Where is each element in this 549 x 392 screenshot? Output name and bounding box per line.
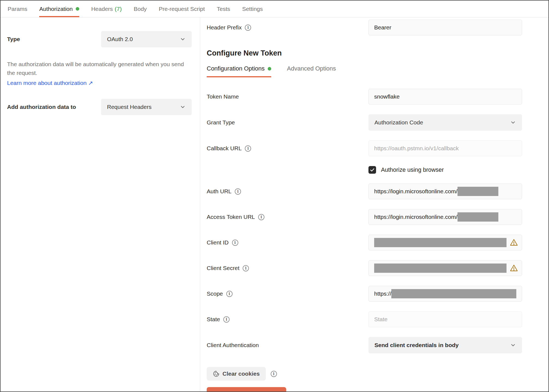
info-icon[interactable]: i bbox=[235, 188, 241, 195]
subtab-configuration-options-label: Configuration Options bbox=[207, 65, 265, 72]
token-name-label: Token Name bbox=[207, 93, 239, 100]
client-authentication-selected-value: Send client credentials in body bbox=[374, 342, 510, 348]
request-editor-panel: Params Authorization Headers (7) Body Pr… bbox=[0, 0, 549, 392]
client-id-label: Client ID bbox=[207, 239, 229, 246]
subtab-advanced-options[interactable]: Advanced Options bbox=[287, 65, 336, 77]
external-link-icon: ↗ bbox=[88, 80, 93, 86]
info-icon[interactable]: i bbox=[223, 316, 230, 323]
chevron-down-icon bbox=[510, 120, 516, 125]
client-secret-input[interactable] bbox=[368, 260, 522, 276]
grant-type-label: Grant Type bbox=[207, 119, 235, 126]
authorize-using-browser-checkbox[interactable] bbox=[368, 166, 376, 174]
info-icon[interactable]: i bbox=[258, 214, 264, 220]
state-label: State bbox=[207, 316, 220, 323]
clear-cookies-button[interactable]: Clear cookies bbox=[207, 367, 266, 381]
scope-value: https:// bbox=[374, 290, 391, 297]
callback-url-input[interactable] bbox=[368, 140, 522, 156]
learn-more-authorization-link[interactable]: Learn more about authorization ↗ bbox=[7, 80, 93, 86]
info-icon[interactable]: i bbox=[245, 24, 251, 31]
tab-settings[interactable]: Settings bbox=[242, 1, 263, 17]
subtab-configuration-options[interactable]: Configuration Options bbox=[207, 65, 271, 77]
tab-params-label: Params bbox=[8, 6, 27, 12]
client-id-redaction bbox=[374, 238, 507, 247]
info-icon[interactable]: i bbox=[271, 371, 277, 377]
client-authentication-label: Client Authentication bbox=[207, 342, 259, 348]
grant-type-dropdown[interactable]: Authorization Code bbox=[368, 114, 522, 131]
auth-url-redaction bbox=[457, 187, 498, 196]
configuration-options-dot bbox=[268, 67, 271, 71]
state-input[interactable] bbox=[368, 311, 522, 327]
auth-url-input[interactable]: https://login.microsoftonline.com/ bbox=[368, 183, 522, 199]
auth-type-dropdown[interactable]: OAuth 2.0 bbox=[101, 31, 192, 47]
tab-authorization[interactable]: Authorization bbox=[39, 1, 79, 17]
auth-type-selected-value: OAuth 2.0 bbox=[107, 36, 180, 42]
scope-label: Scope bbox=[207, 290, 223, 297]
add-auth-data-dropdown[interactable]: Request Headers bbox=[101, 99, 192, 115]
auth-type-panel: Type OAuth 2.0 The authorization data wi… bbox=[1, 17, 200, 391]
token-name-input[interactable] bbox=[368, 89, 522, 105]
access-token-url-value: https://login.microsoftonline.com/ bbox=[374, 214, 457, 220]
configure-new-token-title: Configure New Token bbox=[207, 49, 548, 57]
client-secret-redaction bbox=[374, 264, 507, 273]
header-prefix-input[interactable] bbox=[368, 20, 522, 35]
tab-body[interactable]: Body bbox=[134, 1, 147, 17]
access-token-url-label: Access Token URL bbox=[207, 214, 255, 220]
access-token-url-input[interactable]: https://login.microsoftonline.com/ bbox=[368, 209, 522, 225]
auth-description-text: The authorization data will be automatic… bbox=[7, 60, 184, 77]
oauth2-config-panel: Header Prefix i Configure New Token Conf… bbox=[200, 17, 548, 391]
subtab-advanced-options-label: Advanced Options bbox=[287, 65, 336, 72]
info-icon[interactable]: i bbox=[243, 265, 249, 271]
scope-redaction bbox=[391, 289, 516, 298]
auth-url-value: https://login.microsoftonline.com/ bbox=[374, 188, 457, 195]
cookie-icon bbox=[213, 370, 220, 377]
get-new-access-token-button[interactable]: Get New Access Token bbox=[207, 387, 286, 391]
tab-settings-label: Settings bbox=[242, 6, 263, 12]
chevron-down-icon bbox=[510, 342, 516, 348]
chevron-down-icon bbox=[180, 104, 186, 110]
tab-authorization-label: Authorization bbox=[39, 6, 73, 12]
add-auth-data-label: Add authorization data to bbox=[7, 104, 101, 110]
tab-tests[interactable]: Tests bbox=[217, 1, 230, 17]
tab-params[interactable]: Params bbox=[8, 1, 27, 17]
tab-body-label: Body bbox=[134, 6, 147, 12]
authorization-active-dot bbox=[76, 7, 79, 11]
add-auth-selected-value: Request Headers bbox=[107, 104, 180, 110]
client-id-input[interactable] bbox=[368, 235, 522, 250]
access-token-url-redaction bbox=[457, 212, 498, 222]
info-icon[interactable]: i bbox=[232, 240, 238, 246]
token-config-subtabs: Configuration Options Advanced Options bbox=[207, 65, 548, 77]
tab-tests-label: Tests bbox=[217, 6, 230, 12]
header-prefix-label: Header Prefix bbox=[207, 24, 242, 31]
scope-input[interactable]: https:// bbox=[368, 286, 522, 302]
headers-count-badge: (7) bbox=[115, 6, 122, 12]
client-authentication-dropdown[interactable]: Send client credentials in body bbox=[368, 337, 522, 353]
info-icon[interactable]: i bbox=[226, 291, 233, 297]
info-icon[interactable]: i bbox=[245, 145, 251, 152]
auth-url-label: Auth URL bbox=[207, 188, 231, 195]
warning-icon bbox=[510, 238, 518, 247]
type-label: Type bbox=[7, 36, 101, 42]
token-actions: Clear cookies i Get New Access Token bbox=[207, 367, 548, 391]
checkmark-icon bbox=[370, 167, 375, 172]
tab-pre-request-script-label: Pre-request Script bbox=[159, 6, 205, 12]
learn-more-label: Learn more about authorization bbox=[7, 80, 87, 86]
callback-url-label: Callback URL bbox=[207, 145, 242, 152]
warning-icon bbox=[510, 264, 518, 272]
tab-headers-label: Headers bbox=[91, 6, 113, 12]
tab-pre-request-script[interactable]: Pre-request Script bbox=[159, 1, 205, 17]
client-secret-label: Client Secret bbox=[207, 265, 239, 271]
tab-headers[interactable]: Headers (7) bbox=[91, 1, 122, 17]
grant-type-selected-value: Authorization Code bbox=[374, 119, 510, 126]
chevron-down-icon bbox=[180, 36, 186, 42]
authorize-using-browser-label: Authorize using browser bbox=[381, 167, 444, 173]
request-tabbar: Params Authorization Headers (7) Body Pr… bbox=[1, 1, 548, 17]
clear-cookies-label: Clear cookies bbox=[222, 370, 260, 377]
